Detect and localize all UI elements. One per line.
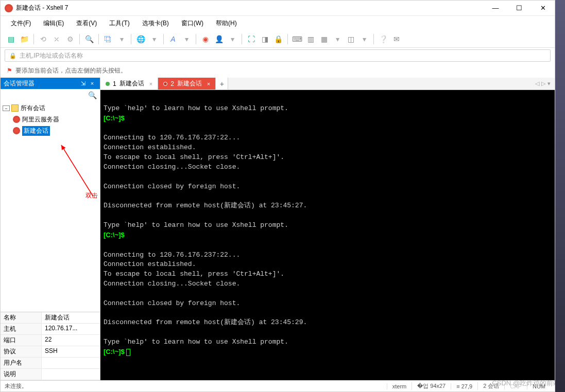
tab-add-button[interactable]: +	[216, 78, 228, 90]
prop-val[interactable]: 新建会话	[42, 312, 100, 323]
close-button[interactable]: ✕	[531, 1, 555, 16]
status-session-count: 2 会话	[477, 382, 504, 390]
user-icon[interactable]: 👤	[213, 33, 225, 45]
sidebar-close-button[interactable]: ×	[88, 80, 97, 86]
globe-icon[interactable]: 🌐	[134, 33, 147, 45]
compose-icon[interactable]: ▥	[304, 33, 317, 45]
prop-key: 用户名	[1, 358, 42, 368]
separator	[242, 34, 242, 44]
dropdown-icon[interactable]: ▾	[226, 33, 238, 45]
paste-icon[interactable]: ▾	[115, 33, 128, 45]
tab-close-icon[interactable]: ×	[207, 81, 210, 87]
tab-session-1[interactable]: 1 新建会话 ×	[100, 78, 158, 90]
session-icon	[13, 127, 20, 134]
font-icon[interactable]: A	[167, 33, 179, 45]
menu-help[interactable]: 帮助(H)	[211, 17, 242, 30]
titlebar[interactable]: 新建会话 - Xshell 7 — ☐ ✕	[1, 1, 555, 16]
menu-tools[interactable]: 工具(T)	[104, 17, 134, 30]
disconnect-icon[interactable]: ⤫	[50, 33, 63, 45]
transparent-icon[interactable]: ◨	[259, 33, 271, 45]
highlight-icon[interactable]: ▦	[318, 33, 330, 45]
search-icon[interactable]: 🔍	[83, 33, 95, 45]
prop-val[interactable]: 22	[42, 335, 100, 346]
prop-val[interactable]: 120.76.17...	[42, 324, 100, 334]
pin-button[interactable]: ⇲	[78, 80, 88, 87]
session-tree: − 所有会话 阿里云服务器 新建会话	[1, 101, 100, 312]
help-icon[interactable]: ❔	[377, 33, 389, 45]
separator	[163, 34, 164, 44]
prop-val[interactable]	[42, 358, 100, 368]
address-bar: 🔒 主机,IP地址或会话名称	[1, 48, 555, 63]
collapse-icon[interactable]: −	[3, 105, 10, 111]
mail-icon[interactable]: ✉	[390, 33, 403, 45]
app-logo-icon	[5, 4, 13, 12]
tree-label: 阿里云服务器	[22, 115, 59, 124]
session-icon	[13, 116, 20, 123]
annotation-arrow-icon	[57, 142, 104, 199]
tree-label: 所有会话	[21, 104, 45, 113]
app-window: 新建会话 - Xshell 7 — ☐ ✕ 文件(F) 编辑(E) 查看(V) …	[0, 0, 555, 392]
toolbar: ▤ 📁 ⟲ ⤫ ⚙ 🔍 ⿻ ▾ 🌐 ▾ A ▾ ◉ 👤 ▾ ⛶ ◨ 🔒 ⌨ ▥ …	[1, 30, 555, 48]
separator	[196, 34, 196, 44]
tree-session-new[interactable]: 新建会话	[1, 125, 100, 136]
prop-val[interactable]	[42, 369, 100, 380]
prop-key: 端口	[1, 335, 42, 346]
properties-table: 名称 新建会话 主机 120.76.17... 端口 22 协议 SSH 用户名	[1, 312, 100, 380]
window-title: 新建会话 - Xshell 7	[16, 4, 484, 12]
tab-label: 新建会话	[119, 79, 144, 88]
prop-key: 协议	[1, 346, 42, 357]
search-icon[interactable]: 🔍	[88, 91, 97, 99]
separator	[131, 34, 131, 44]
prop-row-port: 端口 22	[1, 335, 100, 346]
layout-icon[interactable]: ◫	[345, 33, 357, 45]
prop-val[interactable]: SSH	[42, 346, 100, 357]
tab-session-2[interactable]: 2 新建会话 ×	[158, 78, 216, 90]
hint-text: 要添加当前会话，点击左侧的箭头按钮。	[15, 66, 127, 75]
dropdown-icon[interactable]: ▾	[358, 33, 370, 45]
sidebar-header: 会话管理器 ⇲ ×	[1, 78, 100, 89]
tab-close-icon[interactable]: ×	[149, 81, 152, 87]
status-dot-icon	[106, 82, 110, 86]
copy-icon[interactable]: ⿻	[102, 33, 114, 45]
properties-icon[interactable]: ⚙	[64, 33, 76, 45]
fullscreen-icon[interactable]: ⛶	[245, 33, 258, 45]
dropdown-icon[interactable]: ▾	[180, 33, 193, 45]
dropdown-icon[interactable]: ▾	[148, 33, 160, 45]
tree-root-all-sessions[interactable]: − 所有会话	[1, 102, 100, 114]
tab-number: 2	[170, 80, 174, 87]
status-connection: 未连接。	[5, 382, 387, 390]
maximize-button[interactable]: ☐	[507, 1, 531, 16]
tab-prev-icon[interactable]: ◁	[535, 80, 539, 87]
statusbar: 未连接。 xterm �업 94x27 ≡ 27,9 2 会话 CAP NUM	[1, 380, 555, 391]
menu-edit[interactable]: 编辑(E)	[38, 17, 69, 30]
window-controls: — ☐ ✕	[484, 1, 555, 16]
menu-tabs[interactable]: 选项卡(B)	[137, 17, 174, 30]
lock-icon: 🔒	[9, 52, 16, 59]
menu-window[interactable]: 窗口(W)	[176, 17, 209, 30]
keyboard-icon[interactable]: ⌨	[291, 33, 303, 45]
terminal[interactable]: Type `help' to learn how to use Xshell p…	[100, 90, 555, 380]
prop-key: 名称	[1, 312, 42, 323]
hint-bar: ⚑ 要添加当前会话，点击左侧的箭头按钮。	[1, 63, 555, 78]
tab-next-icon[interactable]: ▷	[541, 80, 545, 87]
tree-session-aliyun[interactable]: 阿里云服务器	[1, 114, 100, 125]
open-session-icon[interactable]: 📁	[18, 33, 30, 45]
prop-row-username: 用户名	[1, 358, 100, 369]
tab-bar: 1 新建会话 × 2 新建会话 × + ◁ ▷ ▾	[100, 78, 555, 90]
new-session-icon[interactable]: ▤	[5, 33, 17, 45]
menu-view[interactable]: 查看(V)	[71, 17, 102, 30]
content-area: 1 新建会话 × 2 新建会话 × + ◁ ▷ ▾ Type `help' to	[100, 78, 555, 380]
tab-menu-icon[interactable]: ▾	[547, 80, 551, 87]
session-manager-panel: 会话管理器 ⇲ × 🔍 − 所有会话 阿里云服务器 新建会	[1, 78, 100, 380]
status-dot-icon	[163, 82, 167, 86]
status-caps: CAP	[504, 383, 527, 389]
dropdown-icon[interactable]: ▾	[331, 33, 344, 45]
reconnect-icon[interactable]: ⟲	[37, 33, 49, 45]
separator	[98, 34, 99, 44]
main-area: 会话管理器 ⇲ × 🔍 − 所有会话 阿里云服务器 新建会	[1, 78, 555, 380]
minimize-button[interactable]: —	[484, 1, 507, 16]
xshell-icon[interactable]: ◉	[199, 33, 212, 45]
lock-icon[interactable]: 🔒	[272, 33, 284, 45]
menu-file[interactable]: 文件(F)	[6, 17, 36, 30]
address-input[interactable]: 🔒 主机,IP地址或会话名称	[5, 49, 551, 62]
